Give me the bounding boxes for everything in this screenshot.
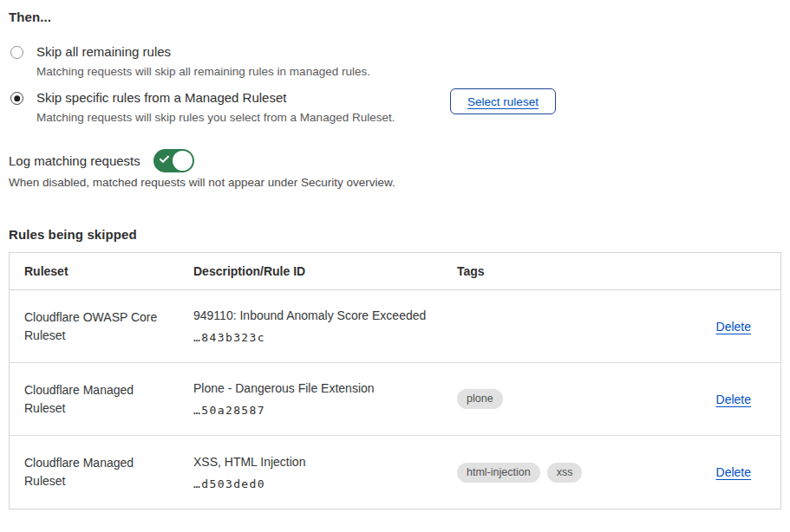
- tags-cell: plone: [442, 389, 624, 409]
- toggle-knob: [173, 151, 193, 171]
- table-row: Cloudflare Managed Ruleset XSS, HTML Inj…: [10, 436, 780, 509]
- log-matching-toggle[interactable]: [153, 149, 194, 172]
- check-icon: [159, 153, 170, 165]
- ruleset-cell: Cloudflare OWASP Core Ruleset: [10, 308, 179, 345]
- column-header-ruleset: Ruleset: [10, 264, 179, 278]
- ruleset-cell: Cloudflare Managed Ruleset: [10, 381, 179, 418]
- delete-link[interactable]: Delete: [716, 393, 751, 406]
- tag-pill: plone: [457, 389, 503, 409]
- table-row: Cloudflare OWASP Core Ruleset 949110: In…: [10, 290, 780, 363]
- option-skip-all-remaining: Skip all remaining rules Matching reques…: [9, 44, 370, 79]
- option-description: Matching requests will skip rules you se…: [36, 111, 395, 125]
- actions-cell: Delete: [624, 392, 780, 407]
- log-matching-row: Log matching requests: [9, 149, 194, 172]
- radio-skip-all-remaining[interactable]: [10, 46, 23, 59]
- ruleset-cell: Cloudflare Managed Ruleset: [10, 454, 179, 490]
- option-description: Matching requests will skip all remainin…: [36, 65, 370, 79]
- description-cell: 949110: Inbound Anomaly Score Exceeded ……: [179, 308, 442, 344]
- option-label[interactable]: Skip all remaining rules: [36, 44, 370, 60]
- radio-skip-specific-rules[interactable]: [10, 92, 23, 105]
- column-header-tags: Tags: [442, 264, 624, 278]
- table-header-row: Ruleset Description/Rule ID Tags: [10, 253, 780, 290]
- delete-link[interactable]: Delete: [716, 320, 751, 334]
- option-label[interactable]: Skip specific rules from a Managed Rules…: [36, 90, 395, 106]
- log-matching-label: Log matching requests: [9, 153, 140, 168]
- rule-id: …d503ded0: [193, 477, 442, 490]
- description-cell: XSS, HTML Injection …d503ded0: [179, 455, 442, 490]
- rules-skipped-table: Ruleset Description/Rule ID Tags Cloudfl…: [9, 252, 781, 509]
- then-heading: Then...: [9, 10, 51, 24]
- actions-cell: Delete: [624, 464, 780, 480]
- tag-pill: xss: [547, 463, 583, 483]
- tags-cell: html-injection xss: [442, 463, 624, 483]
- rule-description: Plone - Dangerous File Extension: [193, 381, 442, 396]
- select-ruleset-button[interactable]: Select ruleset: [450, 88, 556, 114]
- rule-id: …50a28587: [193, 404, 442, 417]
- rule-id: …843b323c: [193, 331, 442, 344]
- rule-description: XSS, HTML Injection: [193, 455, 442, 470]
- rules-skipped-heading: Rules being skipped: [9, 227, 137, 242]
- column-header-description: Description/Rule ID: [179, 264, 442, 278]
- rule-description: 949110: Inbound Anomaly Score Exceeded: [193, 308, 442, 323]
- tag-pill: html-injection: [457, 463, 540, 483]
- table-row: Cloudflare Managed Ruleset Plone - Dange…: [10, 363, 780, 436]
- option-skip-specific-rules: Skip specific rules from a Managed Rules…: [9, 90, 395, 125]
- log-matching-description: When disabled, matched requests will not…: [9, 176, 395, 189]
- actions-cell: Delete: [624, 319, 780, 334]
- delete-link[interactable]: Delete: [716, 465, 751, 479]
- description-cell: Plone - Dangerous File Extension …50a285…: [179, 381, 442, 417]
